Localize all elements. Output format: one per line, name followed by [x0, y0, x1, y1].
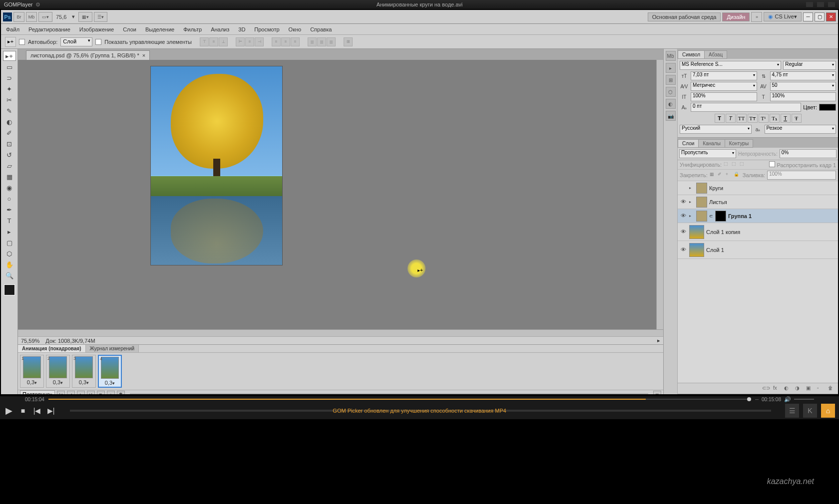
link-layers-icon[interactable]: ⊂⊃ — [762, 385, 770, 392]
gom-panel-icon[interactable]: ☰ — [785, 404, 799, 418]
layer-row[interactable]: 👁 ▸ ⊂ Группа 1 — [678, 209, 838, 223]
new-layer-icon[interactable]: ▫ — [817, 385, 825, 392]
lock-position-icon[interactable]: + — [726, 172, 733, 179]
group-icon[interactable]: ▣ — [806, 385, 814, 392]
font-select[interactable]: MS Reference S... — [680, 61, 781, 70]
menu-help[interactable]: Справка — [310, 26, 332, 32]
zoom-tool[interactable]: 🔍 — [3, 270, 16, 280]
distribute-icon[interactable]: ≡ — [272, 37, 281, 46]
layer-row[interactable]: 👁 ▸ Листья — [678, 195, 838, 209]
frame-delay[interactable]: 0,3▾ — [105, 380, 115, 386]
distribute-icon[interactable]: ≡ — [281, 37, 290, 46]
canvas-area[interactable]: ▸+ — [18, 60, 663, 329]
antialias-select[interactable]: Резкое — [765, 125, 837, 134]
frame-delay[interactable]: 0,3▾ — [27, 379, 37, 385]
menu-view[interactable]: Просмотр — [254, 26, 279, 32]
text-color-swatch[interactable] — [819, 104, 836, 111]
heal-tool[interactable]: ◐ — [3, 117, 16, 127]
propagate-checkbox[interactable] — [769, 161, 775, 167]
underline-button[interactable]: T — [781, 114, 791, 123]
minimize-button[interactable] — [806, 2, 813, 7]
distribute-icon[interactable]: ||| — [317, 37, 326, 46]
play-button[interactable]: ▶ — [4, 405, 14, 416]
menu-analysis[interactable]: Анализ — [211, 26, 229, 32]
visibility-icon[interactable]: 👁 — [679, 199, 687, 206]
tracking-input[interactable]: 50 — [770, 82, 837, 91]
eraser-tool[interactable]: ▱ — [3, 161, 16, 171]
frame-3[interactable]: 30,3▾ — [72, 355, 96, 388]
layer-row[interactable]: ▸ Круги — [678, 181, 838, 195]
next-frame-button[interactable]: ▸| — [87, 391, 95, 394]
stamp-tool[interactable]: ⊡ — [3, 139, 16, 149]
menu-filter[interactable]: Фильтр — [183, 26, 202, 32]
unify-icon[interactable]: ⬚ — [724, 161, 731, 168]
character-tab[interactable]: Символ — [678, 50, 705, 59]
shape-tool[interactable]: ▢ — [3, 238, 16, 248]
align-icon[interactable]: ⊤ — [200, 37, 209, 46]
br-button[interactable]: Br — [13, 12, 24, 22]
layer-row[interactable]: 👁 Слой 1 — [678, 241, 838, 259]
show-controls-checkbox[interactable] — [95, 39, 101, 45]
visibility-icon[interactable]: 👁 — [679, 229, 687, 236]
distribute-icon[interactable]: ||| — [308, 37, 317, 46]
dock-icon[interactable]: Mb — [666, 51, 676, 61]
volume-icon[interactable]: 🔊 — [784, 396, 791, 403]
gom-logo-icon[interactable]: K — [803, 404, 817, 418]
volume-slider[interactable] — [794, 399, 814, 400]
hscale-input[interactable]: 100% — [770, 92, 837, 101]
eyedropper-tool[interactable]: ✎ — [3, 106, 16, 116]
align-icon[interactable]: ⊣ — [255, 37, 264, 46]
arrange-button[interactable]: ▦▾ — [78, 12, 92, 22]
dock-icon[interactable]: ⬡ — [666, 87, 676, 97]
menu-file[interactable]: Файл — [6, 26, 19, 32]
maximize-button[interactable] — [817, 2, 824, 7]
align-icon[interactable]: ⊢ — [236, 37, 245, 46]
frame-delay[interactable]: 0,3▾ — [79, 379, 89, 385]
mask-icon[interactable]: ◐ — [784, 385, 792, 392]
subscript-button[interactable]: T₁ — [770, 114, 780, 123]
align-icon[interactable]: ≡ — [245, 37, 254, 46]
prev-frame-button[interactable]: ◂ — [67, 391, 75, 394]
autoselect-checkbox[interactable] — [19, 39, 25, 45]
lock-image-icon[interactable]: ✐ — [718, 172, 725, 179]
opacity-input[interactable]: 0% — [780, 149, 837, 158]
stop-button[interactable]: ■ — [18, 407, 28, 415]
menu-select[interactable]: Выделение — [145, 26, 174, 32]
hand-tool[interactable]: ✋ — [3, 259, 16, 269]
strikethrough-button[interactable]: Ŧ — [792, 114, 802, 123]
close-button[interactable] — [828, 2, 835, 7]
font-style-select[interactable]: Regular — [783, 61, 836, 70]
menu-window[interactable]: Окно — [289, 26, 302, 32]
marquee-tool[interactable]: ▭ — [3, 62, 16, 72]
cslive-button[interactable]: ◉ CS Live▾ — [764, 12, 802, 21]
align-icon[interactable]: ⊥ — [219, 37, 228, 46]
crop-tool[interactable]: ✂ — [3, 95, 16, 105]
dock-icon[interactable]: ⊞ — [666, 75, 676, 85]
document-tab[interactable]: листопад.psd @ 75,6% (Группа 1, RGB/8) *… — [26, 50, 150, 60]
workspace-more-button[interactable]: » — [751, 12, 762, 22]
frame-1[interactable]: 10,3▾ — [20, 355, 44, 388]
autoselect-target-select[interactable]: Слой — [60, 37, 92, 46]
bold-button[interactable]: T — [715, 114, 725, 123]
fill-input[interactable]: 100% — [767, 171, 836, 180]
visibility-icon[interactable]: 👁 — [679, 213, 687, 220]
layers-tab[interactable]: Слои — [678, 139, 699, 148]
unify-icon[interactable]: ⬚ — [740, 161, 747, 168]
history-brush-tool[interactable]: ↺ — [3, 150, 16, 160]
new-frame-button[interactable]: ▫ — [107, 391, 115, 394]
loop-select[interactable]: Постоянно▾ — [20, 390, 55, 394]
dodge-tool[interactable]: ○ — [3, 194, 16, 204]
menu-3d[interactable]: 3D — [238, 26, 245, 32]
vertical-scrollbar[interactable] — [656, 60, 663, 329]
extras-button[interactable]: ☰▾ — [94, 12, 107, 22]
play-button[interactable]: ▸ — [77, 391, 85, 394]
gom-home-icon[interactable]: ⌂ — [821, 404, 835, 418]
kerning-input[interactable]: Метричес — [691, 82, 757, 91]
first-frame-button[interactable]: |◂ — [57, 391, 65, 394]
dock-icon[interactable]: ◐ — [666, 99, 676, 109]
seek-track[interactable] — [48, 399, 751, 400]
blend-mode-select[interactable]: Пропустить — [679, 149, 736, 158]
expand-icon[interactable]: ▸ — [689, 200, 694, 204]
leading-input[interactable]: 4,75 пт — [770, 71, 837, 80]
menu-layer[interactable]: Слои — [123, 26, 136, 32]
